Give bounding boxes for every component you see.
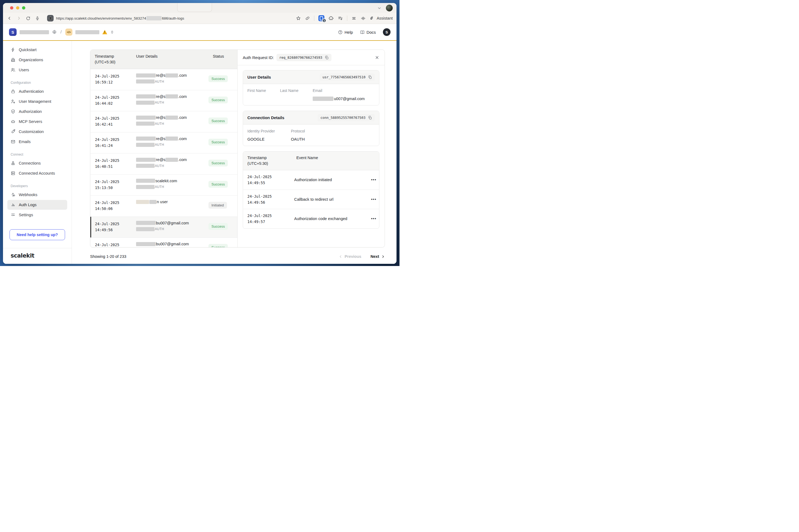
last-name-value bbox=[280, 97, 313, 101]
sidebar-item-users[interactable]: Users bbox=[7, 65, 67, 75]
sidebar-item-emails[interactable]: Emails bbox=[7, 137, 67, 147]
event-name: Callback to redirect url bbox=[292, 197, 370, 202]
gear-icon[interactable] bbox=[52, 30, 57, 35]
redacted-text bbox=[149, 200, 156, 204]
log-row[interactable]: 24-Jul-202514:04:26bu007@gmail.comAUTHSu… bbox=[90, 238, 237, 247]
sidebar-item-organizations[interactable]: Organizations bbox=[7, 55, 67, 65]
microphone-icon[interactable] bbox=[35, 16, 40, 21]
docs-button[interactable]: Docs bbox=[360, 30, 376, 35]
protocol-label: Protocol bbox=[291, 129, 375, 133]
log-row[interactable]: 24-Jul-202514:49:56bu007@gmail.comAUTHSu… bbox=[90, 217, 237, 238]
assistant-button[interactable]: Assistant bbox=[370, 16, 393, 21]
org-icon bbox=[11, 57, 16, 62]
reload-button[interactable] bbox=[25, 16, 31, 21]
extensions-puzzle-icon[interactable] bbox=[329, 16, 334, 21]
warning-icon bbox=[102, 30, 107, 34]
log-status: Success bbox=[208, 94, 237, 107]
redacted-text bbox=[136, 200, 149, 204]
browser-tab[interactable] bbox=[177, 3, 212, 12]
email-value: u007@gmail.com bbox=[313, 97, 375, 101]
app-header: S / </> Help Docs S bbox=[3, 24, 396, 41]
log-status: Success bbox=[208, 157, 237, 170]
media-playlist-icon[interactable] bbox=[338, 16, 343, 21]
column-timestamp: Timestamp (UTC+5:30) bbox=[90, 54, 132, 65]
sidebar: QuickstartOrganizationsUsersConfiguratio… bbox=[3, 41, 72, 264]
copy-icon[interactable] bbox=[368, 116, 372, 120]
copy-icon[interactable] bbox=[368, 75, 372, 79]
log-row[interactable]: 24-Jul-202516:44:02re@s.comAUTHSuccess bbox=[90, 90, 237, 112]
sidebar-item-webhooks[interactable]: Webhooks bbox=[7, 190, 67, 200]
environment-code-icon: </> bbox=[65, 28, 72, 36]
log-timestamp: 24-Jul-202516:44:02 bbox=[90, 94, 132, 107]
connection-details-card: Connection Details conn_5889525570076750… bbox=[243, 111, 379, 146]
voice-bars-icon[interactable] bbox=[360, 16, 366, 21]
log-timestamp: 24-Jul-202516:59:12 bbox=[90, 73, 132, 86]
sidebar-item-customization[interactable]: Customization bbox=[7, 127, 67, 136]
event-more-button[interactable]: ••• bbox=[370, 177, 379, 182]
sidebar-item-authorization[interactable]: Authorization bbox=[7, 107, 67, 116]
status-badge: Success bbox=[208, 75, 228, 82]
log-user-details: re@s.comAUTH bbox=[132, 115, 208, 128]
copy-link-icon[interactable] bbox=[305, 16, 310, 21]
redacted-text bbox=[136, 101, 154, 105]
back-button[interactable] bbox=[7, 16, 12, 21]
copy-icon[interactable] bbox=[325, 56, 329, 60]
sidebar-item-auth-logs[interactable]: Auth Logs bbox=[7, 200, 67, 210]
close-window-button[interactable] bbox=[10, 6, 13, 10]
chevron-down-icon[interactable] bbox=[377, 6, 382, 10]
sidebar-section-label: Connect bbox=[11, 153, 64, 156]
column-user-details: User Details bbox=[132, 54, 208, 65]
log-user-details: re@s.comAUTH bbox=[132, 94, 208, 107]
address-bar[interactable]: https://app.scalekit.cloud/ws/environmen… bbox=[47, 15, 292, 21]
log-row[interactable]: 24-Jul-202516:41:24re@s.comAUTHSuccess bbox=[90, 132, 237, 154]
log-row[interactable]: 24-Jul-202516:59:12re@s.comAUTHSuccess bbox=[90, 69, 237, 90]
user-id-chip: usr_77567465663497510 bbox=[320, 73, 375, 81]
event-more-button[interactable]: ••• bbox=[370, 216, 379, 221]
reader-lines-icon[interactable] bbox=[351, 16, 356, 21]
sidebar-item-user-management[interactable]: User Management bbox=[7, 97, 67, 106]
cubes-icon bbox=[11, 161, 16, 166]
user-avatar[interactable]: S bbox=[383, 28, 391, 36]
previous-page-button[interactable]: Previous bbox=[339, 254, 361, 259]
redacted-text bbox=[136, 158, 156, 162]
workspace-logo[interactable]: S bbox=[9, 28, 17, 36]
status-badge: Success bbox=[208, 97, 228, 103]
minimize-window-button[interactable] bbox=[16, 6, 19, 10]
shield-icon bbox=[11, 109, 16, 114]
redacted-text bbox=[136, 227, 154, 231]
bookmark-star-icon[interactable] bbox=[296, 16, 301, 21]
sidebar-section-label: Configuration bbox=[11, 81, 64, 84]
browser-titlebar bbox=[3, 3, 396, 13]
environment-switcher-icon[interactable] bbox=[110, 30, 114, 34]
forward-button[interactable] bbox=[16, 16, 21, 21]
sidebar-item-connections[interactable]: Connections bbox=[7, 158, 67, 168]
need-help-button[interactable]: Need help setting up? bbox=[10, 229, 65, 240]
log-row[interactable]: 24-Jul-202516:40:51re@s.comAUTHSuccess bbox=[90, 153, 237, 175]
log-row[interactable]: 24-Jul-202514:50:06n userInitiated bbox=[90, 195, 237, 217]
close-icon[interactable] bbox=[375, 55, 379, 60]
log-timestamp: 24-Jul-202516:41:24 bbox=[90, 136, 132, 149]
help-button[interactable]: Help bbox=[338, 30, 353, 35]
sidebar-item-settings[interactable]: Settings bbox=[7, 210, 67, 220]
mail-icon bbox=[11, 139, 16, 144]
sidebar-item-quickstart[interactable]: Quickstart bbox=[7, 45, 67, 55]
sidebar-item-connected-accounts[interactable]: Connected Accounts bbox=[7, 168, 67, 178]
desktop-background: https://app.scalekit.cloud/ws/environmen… bbox=[0, 0, 400, 266]
status-badge: Success bbox=[208, 117, 228, 124]
log-row[interactable]: 24-Jul-202516:42:41re@s.comAUTHSuccess bbox=[90, 111, 237, 132]
redacted-text bbox=[136, 94, 156, 98]
log-row[interactable]: 24-Jul-202515:13:50scalekit.comAUTHSucce… bbox=[90, 175, 237, 196]
sidebar-item-authentication[interactable]: Authentication bbox=[7, 87, 67, 96]
first-name-label: First Name bbox=[247, 89, 280, 93]
log-timestamp: 24-Jul-202516:42:41 bbox=[90, 115, 132, 128]
browser-profile-avatar[interactable] bbox=[386, 5, 393, 12]
sidebar-item-mcp-servers[interactable]: MCP Servers bbox=[7, 117, 67, 127]
zoom-window-button[interactable] bbox=[22, 6, 25, 10]
redacted-text bbox=[136, 73, 156, 77]
next-page-button[interactable]: Next bbox=[371, 254, 385, 259]
password-extension-icon[interactable]: 1 bbox=[318, 15, 324, 21]
event-more-button[interactable]: ••• bbox=[370, 197, 379, 202]
log-status: Success bbox=[208, 221, 237, 233]
log-timestamp: 24-Jul-202515:13:50 bbox=[90, 179, 132, 191]
redacted-text bbox=[136, 164, 154, 168]
